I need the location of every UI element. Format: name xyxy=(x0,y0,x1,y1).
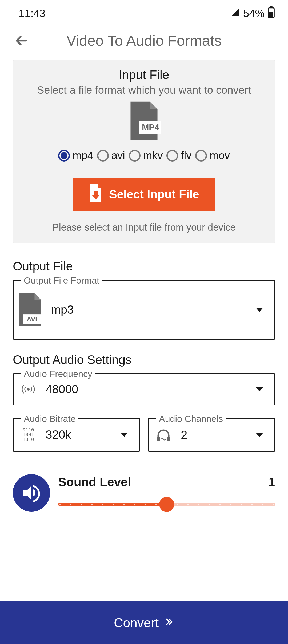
audio-bitrate-legend: Audio Bitrate xyxy=(21,414,78,424)
input-file-card: Input File Select a file format which yo… xyxy=(13,60,275,243)
sound-level-icon xyxy=(13,474,50,512)
bitrate-icon: 011010011010 xyxy=(16,427,40,442)
chevron-down-icon xyxy=(256,308,263,312)
input-hint: Please select an Input file from your de… xyxy=(53,222,235,233)
output-section-title: Output File xyxy=(13,259,275,273)
convert-button[interactable]: Convert xyxy=(0,601,288,644)
signal-icon xyxy=(230,7,240,19)
svg-rect-8 xyxy=(157,437,160,441)
page-title: Video To Audio Formats xyxy=(13,32,275,49)
output-format-legend: Output File Format xyxy=(21,275,102,286)
radio-icon xyxy=(195,150,207,162)
svg-rect-9 xyxy=(167,437,170,441)
output-format-value: mp3 xyxy=(51,303,250,316)
input-card-subtitle: Select a file format which you want to c… xyxy=(37,84,251,96)
headphones-icon xyxy=(151,427,175,442)
radio-avi[interactable]: avi xyxy=(97,150,125,162)
frequency-icon xyxy=(16,383,40,395)
radio-label: avi xyxy=(111,150,125,162)
sound-level-slider[interactable] xyxy=(58,498,275,511)
output-file-section: Output File Output File Format AVI mp3 xyxy=(0,259,288,352)
chevron-down-icon xyxy=(256,387,263,391)
status-bar: 11:43 54% xyxy=(0,0,288,27)
output-format-icon: AVI xyxy=(16,292,46,327)
radio-icon xyxy=(129,150,141,162)
output-format-dropdown[interactable]: Output File Format AVI mp3 xyxy=(13,280,275,340)
audio-settings-title: Output Audio Settings xyxy=(13,352,275,367)
audio-channels-dropdown[interactable]: Audio Channels 2 xyxy=(148,418,275,452)
svg-point-7 xyxy=(27,388,30,391)
audio-bitrate-dropdown[interactable]: Audio Bitrate 011010011010 320k xyxy=(13,418,140,452)
radio-mkv[interactable]: mkv xyxy=(129,150,163,162)
sound-level-row: Sound Level 1 xyxy=(0,465,288,512)
audio-channels-value: 2 xyxy=(181,428,250,442)
sound-level-title: Sound Level xyxy=(58,475,131,489)
slider-thumb[interactable] xyxy=(159,497,174,512)
radio-label: mov xyxy=(210,150,230,162)
input-card-title: Input File xyxy=(119,68,169,82)
radio-label: flv xyxy=(181,150,191,162)
audio-frequency-dropdown[interactable]: Audio Frequency 48000 xyxy=(13,373,275,405)
chevrons-right-icon xyxy=(163,615,174,630)
audio-settings-section: Output Audio Settings Audio Frequency 48… xyxy=(0,352,288,465)
battery-icon xyxy=(268,6,275,21)
radio-icon xyxy=(166,150,178,162)
radio-mov[interactable]: mov xyxy=(195,150,230,162)
audio-channels-legend: Audio Channels xyxy=(156,414,226,424)
battery-percentage: 54% xyxy=(243,7,265,19)
radio-label: mkv xyxy=(143,150,163,162)
audio-frequency-legend: Audio Frequency xyxy=(21,369,95,379)
input-file-type-icon: MP4 xyxy=(127,101,161,142)
file-download-icon xyxy=(89,184,103,204)
radio-mp4[interactable]: mp4 xyxy=(58,150,93,162)
radio-icon xyxy=(97,150,109,162)
app-bar: Video To Audio Formats xyxy=(0,27,288,60)
chevron-down-icon xyxy=(256,433,263,437)
audio-frequency-value: 48000 xyxy=(46,383,250,396)
radio-icon xyxy=(58,150,70,162)
input-format-radio-group: mp4 avi mkv flv mov xyxy=(24,150,264,162)
select-input-file-label: Select Input File xyxy=(109,188,199,201)
status-time: 11:43 xyxy=(19,7,45,19)
svg-rect-2 xyxy=(269,12,273,17)
chevron-down-icon xyxy=(121,433,128,437)
select-input-file-button[interactable]: Select Input File xyxy=(73,178,215,211)
sound-level-value: 1 xyxy=(268,475,275,489)
radio-label: mp4 xyxy=(73,150,93,162)
radio-flv[interactable]: flv xyxy=(166,150,191,162)
convert-label: Convert xyxy=(114,615,159,630)
svg-text:MP4: MP4 xyxy=(142,123,159,132)
audio-bitrate-value: 320k xyxy=(46,428,115,441)
svg-text:AVI: AVI xyxy=(27,316,37,323)
